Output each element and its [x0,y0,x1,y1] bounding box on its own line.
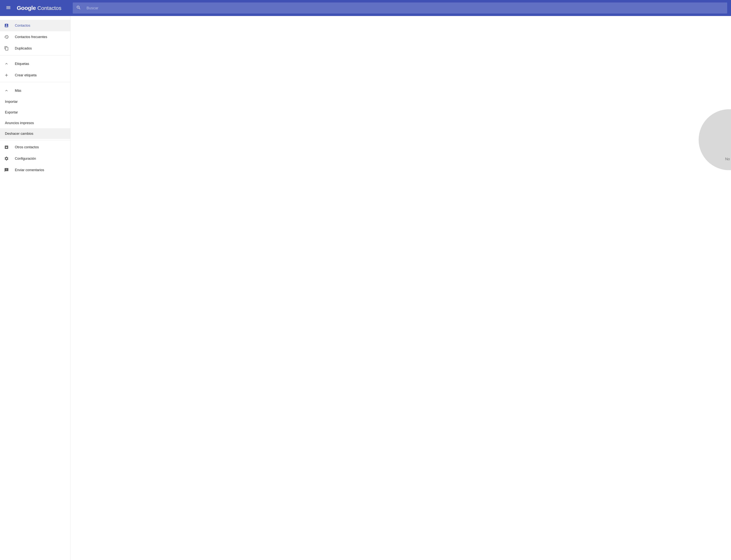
archive-icon [4,145,9,149]
sidebar-create-label[interactable]: Crear etiqueta [0,69,70,81]
sidebar-labels-header[interactable]: Etiquetas [0,58,70,69]
gear-icon [4,156,9,161]
sidebar-item-frequent[interactable]: Contactos frecuentes [0,31,70,43]
history-icon [4,35,9,39]
chevron-up-icon [4,61,9,66]
sidebar-section-label: Más [15,89,21,93]
sidebar-item-other-contacts[interactable]: Otros contactos [0,141,70,153]
sidebar-item-export[interactable]: Exportar [0,107,70,118]
plus-icon [4,73,9,77]
sidebar-item-label: Otros contactos [15,145,39,149]
main-menu-button[interactable] [4,3,13,13]
sidebar-item-label: Duplicados [15,46,32,50]
sidebar-item-label: Deshacer cambios [5,132,33,136]
sidebar-item-label: Exportar [5,110,18,114]
sidebar-section-label: Etiquetas [15,62,29,66]
sidebar-item-label: Crear etiqueta [15,73,37,77]
sidebar-item-undo-changes[interactable]: Deshacer cambios [0,128,70,139]
sidebar-item-label: Contactos frecuentes [15,35,47,39]
contact-icon [4,23,9,28]
sidebar-item-settings[interactable]: Configuración [0,153,70,164]
sidebar-item-label: Importar [5,100,18,104]
sidebar-item-label: Enviar comentarios [15,168,44,172]
divider [0,82,70,82]
main-content: No ti [70,16,731,560]
sidebar-item-import[interactable]: Importar [0,96,70,107]
sidebar-item-label: Contactos [15,24,30,28]
sidebar-item-label: Anuncios impresos [5,121,34,125]
app-logo[interactable]: Google Contactos [17,5,61,11]
sidebar-item-print[interactable]: Anuncios impresos [0,118,70,128]
hamburger-icon [6,5,11,11]
sidebar-more-header[interactable]: Más [0,85,70,96]
search-bar[interactable] [73,2,727,14]
search-icon [76,5,81,11]
app-header: Google Contactos [0,0,731,16]
google-wordmark: Google [17,5,36,11]
app-title: Contactos [37,5,61,11]
sidebar-item-duplicates[interactable]: Duplicados [0,43,70,54]
sidebar-item-feedback[interactable]: Enviar comentarios [0,164,70,176]
sidebar-item-label: Configuración [15,157,36,161]
empty-state-text: No ti [725,157,731,161]
sidebar: Contactos Contactos frecuentes Duplicado… [0,16,70,560]
chevron-up-icon [4,88,9,93]
divider [0,140,70,140]
sidebar-item-contacts[interactable]: Contactos [0,20,70,31]
search-input[interactable] [86,6,724,10]
copy-icon [4,46,9,51]
feedback-icon [4,168,9,172]
